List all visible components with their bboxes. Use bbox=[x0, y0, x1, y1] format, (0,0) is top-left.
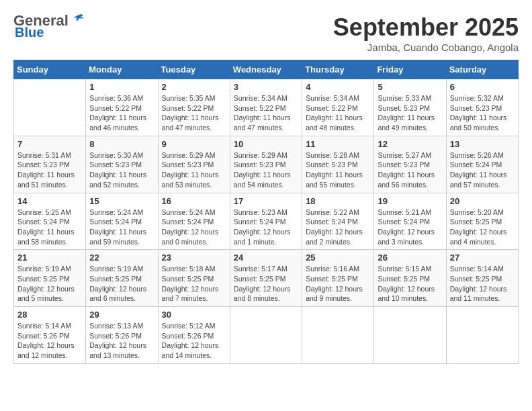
day-number: 27 bbox=[450, 253, 515, 263]
day-info: Sunrise: 5:31 AM Sunset: 5:23 PM Dayligh… bbox=[17, 150, 82, 190]
title-block: September 2025 Jamba, Cuando Cobango, An… bbox=[333, 13, 519, 53]
calendar-week-5: 28Sunrise: 5:14 AM Sunset: 5:26 PM Dayli… bbox=[14, 307, 519, 364]
day-info: Sunrise: 5:29 AM Sunset: 5:23 PM Dayligh… bbox=[162, 150, 226, 190]
calendar-cell bbox=[14, 79, 86, 136]
day-info: Sunrise: 5:13 AM Sunset: 5:26 PM Dayligh… bbox=[89, 321, 154, 361]
calendar-header: SundayMondayTuesdayWednesdayThursdayFrid… bbox=[14, 60, 519, 79]
calendar-cell: 3Sunrise: 5:34 AM Sunset: 5:22 PM Daylig… bbox=[230, 79, 302, 136]
weekday-thursday: Thursday bbox=[302, 60, 374, 79]
calendar-cell: 2Sunrise: 5:35 AM Sunset: 5:22 PM Daylig… bbox=[158, 79, 230, 136]
calendar-cell: 29Sunrise: 5:13 AM Sunset: 5:26 PM Dayli… bbox=[86, 307, 158, 364]
calendar-cell: 9Sunrise: 5:29 AM Sunset: 5:23 PM Daylig… bbox=[158, 136, 230, 193]
weekday-friday: Friday bbox=[374, 60, 446, 79]
day-info: Sunrise: 5:35 AM Sunset: 5:22 PM Dayligh… bbox=[162, 93, 226, 133]
day-number: 2 bbox=[162, 82, 226, 92]
day-number: 4 bbox=[306, 82, 370, 92]
calendar-cell: 26Sunrise: 5:15 AM Sunset: 5:25 PM Dayli… bbox=[374, 250, 446, 307]
calendar-cell: 24Sunrise: 5:17 AM Sunset: 5:25 PM Dayli… bbox=[230, 250, 302, 307]
location: Jamba, Cuando Cobango, Angola bbox=[333, 42, 519, 53]
day-info: Sunrise: 5:34 AM Sunset: 5:22 PM Dayligh… bbox=[306, 93, 370, 133]
day-info: Sunrise: 5:32 AM Sunset: 5:23 PM Dayligh… bbox=[450, 93, 515, 133]
calendar-body: 1Sunrise: 5:36 AM Sunset: 5:22 PM Daylig… bbox=[14, 79, 519, 364]
calendar-cell: 12Sunrise: 5:27 AM Sunset: 5:23 PM Dayli… bbox=[374, 136, 446, 193]
day-info: Sunrise: 5:23 AM Sunset: 5:24 PM Dayligh… bbox=[234, 208, 298, 247]
calendar-week-4: 21Sunrise: 5:19 AM Sunset: 5:25 PM Dayli… bbox=[14, 250, 519, 307]
day-info: Sunrise: 5:16 AM Sunset: 5:25 PM Dayligh… bbox=[306, 264, 370, 304]
day-number: 6 bbox=[450, 82, 515, 92]
logo-bird-icon bbox=[70, 12, 85, 27]
weekday-saturday: Saturday bbox=[446, 60, 518, 79]
calendar-cell: 16Sunrise: 5:24 AM Sunset: 5:24 PM Dayli… bbox=[158, 193, 230, 250]
day-info: Sunrise: 5:34 AM Sunset: 5:22 PM Dayligh… bbox=[234, 93, 298, 133]
month-title: September 2025 bbox=[333, 13, 519, 42]
day-number: 3 bbox=[234, 82, 298, 92]
day-number: 14 bbox=[17, 196, 82, 206]
day-number: 26 bbox=[378, 253, 442, 263]
day-info: Sunrise: 5:17 AM Sunset: 5:25 PM Dayligh… bbox=[234, 264, 298, 304]
day-number: 24 bbox=[234, 253, 298, 263]
weekday-wednesday: Wednesday bbox=[230, 60, 302, 79]
day-number: 11 bbox=[306, 139, 370, 149]
day-info: Sunrise: 5:27 AM Sunset: 5:23 PM Dayligh… bbox=[378, 150, 442, 190]
day-number: 30 bbox=[162, 310, 226, 320]
calendar-cell: 19Sunrise: 5:21 AM Sunset: 5:24 PM Dayli… bbox=[374, 193, 446, 250]
day-info: Sunrise: 5:19 AM Sunset: 5:25 PM Dayligh… bbox=[89, 264, 154, 304]
day-info: Sunrise: 5:14 AM Sunset: 5:26 PM Dayligh… bbox=[17, 321, 82, 361]
day-number: 23 bbox=[162, 253, 226, 263]
calendar-week-1: 1Sunrise: 5:36 AM Sunset: 5:22 PM Daylig… bbox=[14, 79, 519, 136]
day-info: Sunrise: 5:28 AM Sunset: 5:23 PM Dayligh… bbox=[306, 150, 370, 190]
page-header: General Blue September 2025 Jamba, Cuand… bbox=[13, 13, 519, 53]
day-number: 9 bbox=[162, 139, 226, 149]
calendar-cell: 10Sunrise: 5:29 AM Sunset: 5:23 PM Dayli… bbox=[230, 136, 302, 193]
day-number: 13 bbox=[450, 139, 515, 149]
day-info: Sunrise: 5:29 AM Sunset: 5:23 PM Dayligh… bbox=[234, 150, 298, 190]
day-info: Sunrise: 5:36 AM Sunset: 5:22 PM Dayligh… bbox=[89, 93, 154, 133]
calendar-cell: 1Sunrise: 5:36 AM Sunset: 5:22 PM Daylig… bbox=[86, 79, 158, 136]
calendar-cell: 6Sunrise: 5:32 AM Sunset: 5:23 PM Daylig… bbox=[446, 79, 518, 136]
calendar-cell: 4Sunrise: 5:34 AM Sunset: 5:22 PM Daylig… bbox=[302, 79, 374, 136]
day-number: 18 bbox=[306, 196, 370, 206]
day-number: 21 bbox=[17, 253, 82, 263]
day-info: Sunrise: 5:26 AM Sunset: 5:24 PM Dayligh… bbox=[450, 150, 515, 190]
calendar-cell: 8Sunrise: 5:30 AM Sunset: 5:23 PM Daylig… bbox=[86, 136, 158, 193]
calendar-week-3: 14Sunrise: 5:25 AM Sunset: 5:24 PM Dayli… bbox=[14, 193, 519, 250]
calendar-table: SundayMondayTuesdayWednesdayThursdayFrid… bbox=[13, 60, 519, 364]
calendar-cell: 11Sunrise: 5:28 AM Sunset: 5:23 PM Dayli… bbox=[302, 136, 374, 193]
day-number: 22 bbox=[89, 253, 154, 263]
day-info: Sunrise: 5:33 AM Sunset: 5:23 PM Dayligh… bbox=[378, 93, 442, 133]
day-number: 28 bbox=[17, 310, 82, 320]
weekday-monday: Monday bbox=[86, 60, 158, 79]
day-info: Sunrise: 5:19 AM Sunset: 5:25 PM Dayligh… bbox=[17, 264, 82, 304]
day-number: 12 bbox=[378, 139, 442, 149]
day-number: 15 bbox=[89, 196, 154, 206]
day-info: Sunrise: 5:30 AM Sunset: 5:23 PM Dayligh… bbox=[89, 150, 154, 190]
day-info: Sunrise: 5:14 AM Sunset: 5:25 PM Dayligh… bbox=[450, 264, 515, 304]
day-info: Sunrise: 5:20 AM Sunset: 5:25 PM Dayligh… bbox=[450, 208, 515, 247]
day-number: 16 bbox=[162, 196, 226, 206]
day-number: 19 bbox=[378, 196, 442, 206]
day-number: 5 bbox=[378, 82, 442, 92]
day-info: Sunrise: 5:15 AM Sunset: 5:25 PM Dayligh… bbox=[378, 264, 442, 304]
day-number: 25 bbox=[306, 253, 370, 263]
calendar-cell: 13Sunrise: 5:26 AM Sunset: 5:24 PM Dayli… bbox=[446, 136, 518, 193]
day-number: 10 bbox=[234, 139, 298, 149]
calendar-cell: 17Sunrise: 5:23 AM Sunset: 5:24 PM Dayli… bbox=[230, 193, 302, 250]
calendar-cell bbox=[374, 307, 446, 364]
calendar-cell: 25Sunrise: 5:16 AM Sunset: 5:25 PM Dayli… bbox=[302, 250, 374, 307]
calendar-cell: 23Sunrise: 5:18 AM Sunset: 5:25 PM Dayli… bbox=[158, 250, 230, 307]
calendar-cell: 27Sunrise: 5:14 AM Sunset: 5:25 PM Dayli… bbox=[446, 250, 518, 307]
calendar-cell: 22Sunrise: 5:19 AM Sunset: 5:25 PM Dayli… bbox=[86, 250, 158, 307]
calendar-cell: 14Sunrise: 5:25 AM Sunset: 5:24 PM Dayli… bbox=[14, 193, 86, 250]
day-number: 17 bbox=[234, 196, 298, 206]
calendar-cell: 15Sunrise: 5:24 AM Sunset: 5:24 PM Dayli… bbox=[86, 193, 158, 250]
calendar-cell: 21Sunrise: 5:19 AM Sunset: 5:25 PM Dayli… bbox=[14, 250, 86, 307]
day-info: Sunrise: 5:22 AM Sunset: 5:24 PM Dayligh… bbox=[306, 208, 370, 247]
calendar-cell: 7Sunrise: 5:31 AM Sunset: 5:23 PM Daylig… bbox=[14, 136, 86, 193]
calendar-week-2: 7Sunrise: 5:31 AM Sunset: 5:23 PM Daylig… bbox=[14, 136, 519, 193]
day-number: 29 bbox=[89, 310, 154, 320]
calendar-cell bbox=[230, 307, 302, 364]
calendar-cell: 18Sunrise: 5:22 AM Sunset: 5:24 PM Dayli… bbox=[302, 193, 374, 250]
day-info: Sunrise: 5:18 AM Sunset: 5:25 PM Dayligh… bbox=[162, 264, 226, 304]
day-info: Sunrise: 5:12 AM Sunset: 5:26 PM Dayligh… bbox=[162, 321, 226, 361]
weekday-header-row: SundayMondayTuesdayWednesdayThursdayFrid… bbox=[14, 60, 519, 79]
